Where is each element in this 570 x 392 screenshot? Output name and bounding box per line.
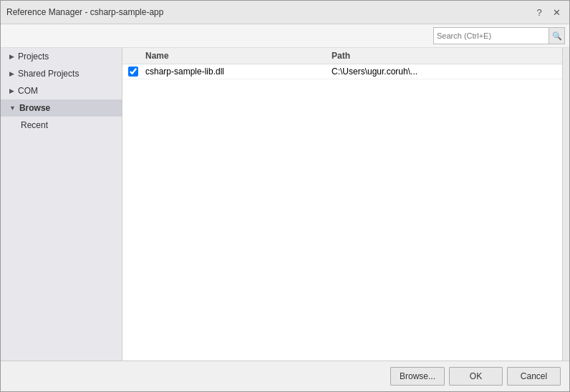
com-arrow-icon: ▶ <box>9 87 14 94</box>
projects-arrow-icon: ▶ <box>9 53 14 60</box>
help-button[interactable]: ? <box>532 5 546 19</box>
ok-button[interactable]: OK <box>449 367 503 386</box>
content-area: ▶ Projects ▶ Shared Projects ▶ COM ▼ Bro… <box>1 48 569 361</box>
sidebar-item-recent[interactable]: Recent <box>1 117 122 134</box>
title-bar-right: ? ✕ <box>532 5 564 19</box>
search-button[interactable]: 🔍 <box>549 28 564 44</box>
dialog-title: Reference Manager - csharp-sample-app <box>6 7 163 17</box>
sidebar-item-shared-projects[interactable]: ▶ Shared Projects <box>1 65 122 82</box>
row-checkbox[interactable] <box>128 67 138 77</box>
search-box: 🔍 <box>433 27 565 44</box>
sidebar-item-com[interactable]: ▶ COM <box>1 82 122 99</box>
sidebar-item-projects[interactable]: ▶ Projects <box>1 48 122 65</box>
browse-arrow-icon: ▼ <box>9 104 16 112</box>
list-body: csharp-sample-lib.dll C:\Users\ugur.coru… <box>122 64 562 361</box>
table-row[interactable]: csharp-sample-lib.dll C:\Users\ugur.coru… <box>122 64 562 79</box>
sidebar-item-browse[interactable]: ▼ Browse <box>1 99 122 117</box>
main-panel: Name Path csharp-sample-lib.dll C:\Users… <box>122 48 562 361</box>
footer: Browse... OK Cancel <box>1 361 569 391</box>
sidebar-item-label: Recent <box>21 120 48 130</box>
browse-button[interactable]: Browse... <box>390 367 445 386</box>
toolbar: 🔍 <box>1 24 569 48</box>
sidebar-item-label: COM <box>18 86 38 96</box>
row-path: C:\Users\ugur.coruh\... <box>332 67 556 77</box>
title-bar-left: Reference Manager - csharp-sample-app <box>6 7 163 17</box>
sidebar-item-label: Browse <box>19 103 50 113</box>
cancel-button[interactable]: Cancel <box>507 367 561 386</box>
dialog: Reference Manager - csharp-sample-app ? … <box>0 0 570 392</box>
shared-projects-arrow-icon: ▶ <box>9 70 14 77</box>
close-button[interactable]: ✕ <box>549 5 564 19</box>
name-column-header: Name <box>145 51 332 61</box>
sidebar-item-label: Shared Projects <box>18 69 79 79</box>
title-bar: Reference Manager - csharp-sample-app ? … <box>1 1 569 24</box>
row-name: csharp-sample-lib.dll <box>145 67 332 77</box>
sidebar-item-label: Projects <box>18 52 49 62</box>
search-input[interactable] <box>434 28 549 44</box>
path-column-header: Path <box>332 51 556 61</box>
list-header: Name Path <box>122 48 562 64</box>
sidebar: ▶ Projects ▶ Shared Projects ▶ COM ▼ Bro… <box>1 48 122 361</box>
scrollbar[interactable] <box>562 48 569 361</box>
row-checkbox-cell[interactable] <box>128 67 145 77</box>
